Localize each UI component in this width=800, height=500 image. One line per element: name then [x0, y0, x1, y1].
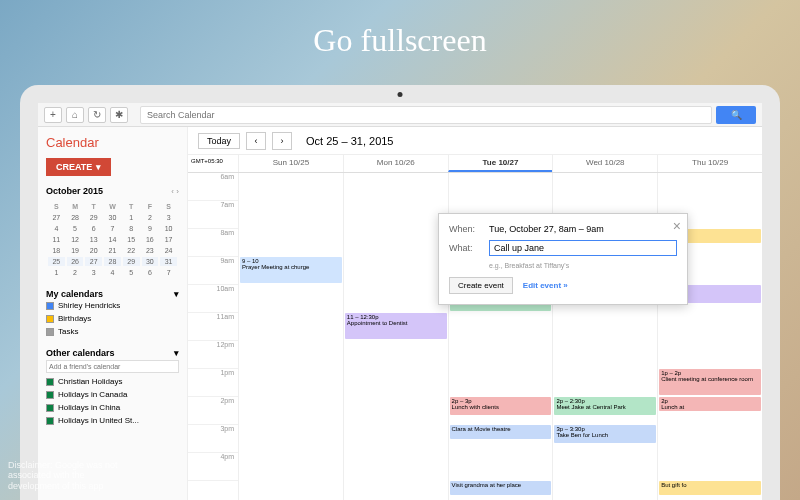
- disclaimer-text: Disclaimer: Google was not associated wi…: [8, 460, 118, 492]
- sidebar: Calendar CREATE▾ October 2015 ‹ › SMTWTF…: [38, 127, 188, 500]
- search-input[interactable]: [140, 106, 712, 124]
- page-heading: Go fullscreen: [0, 0, 800, 77]
- day-column[interactable]: 9 – 10 Prayer Meeting at churge: [238, 173, 343, 500]
- calendar-event[interactable]: 2p Lunch at: [659, 397, 761, 411]
- calendar-event[interactable]: Visit grandma at her place: [450, 481, 552, 495]
- time-label: 3pm: [188, 425, 238, 453]
- time-label: 10am: [188, 285, 238, 313]
- time-label: 9am: [188, 257, 238, 285]
- day-header[interactable]: Sun 10/25: [238, 155, 343, 172]
- day-header[interactable]: Tue 10/27: [448, 155, 553, 172]
- when-label: When:: [449, 224, 489, 234]
- next-month[interactable]: ›: [176, 187, 179, 196]
- app-screen: + ⌂ ↻ ✱ 🔍 Calendar CREATE▾ October 2015 …: [38, 103, 762, 500]
- when-value: Tue, October 27, 8am – 9am: [489, 224, 604, 234]
- prev-week[interactable]: ‹: [246, 132, 266, 150]
- calendar-item[interactable]: Christian Holidays: [46, 375, 179, 388]
- time-label: 4pm: [188, 453, 238, 481]
- prev-month[interactable]: ‹: [171, 187, 174, 196]
- add-calendar-input[interactable]: [46, 360, 179, 373]
- day-header[interactable]: Mon 10/26: [343, 155, 448, 172]
- what-label: What:: [449, 243, 489, 253]
- time-label: 12pm: [188, 341, 238, 369]
- next-week[interactable]: ›: [272, 132, 292, 150]
- month-label: October 2015: [46, 186, 103, 196]
- create-button[interactable]: CREATE▾: [46, 158, 111, 176]
- close-icon[interactable]: ×: [673, 218, 681, 234]
- calendar-event[interactable]: 9 – 10 Prayer Meeting at churge: [240, 257, 342, 283]
- edit-event-link[interactable]: Edit event »: [523, 281, 568, 290]
- calendar-item[interactable]: Holidays in United St...: [46, 414, 179, 427]
- search-icon: 🔍: [731, 110, 742, 120]
- dropdown-icon: ▾: [96, 162, 101, 172]
- toolbar: + ⌂ ↻ ✱ 🔍: [38, 103, 762, 127]
- other-calendars-header[interactable]: Other calendars▾: [46, 348, 179, 358]
- time-label: 7am: [188, 201, 238, 229]
- calendar-main: Today ‹ › Oct 25 – 31, 2015 GMT+05:30 Su…: [188, 127, 762, 500]
- days-header: GMT+05:30 Sun 10/25Mon 10/26Tue 10/27Wed…: [188, 155, 762, 173]
- calendar-event[interactable]: 1p – 2p Client meeting at conference roo…: [659, 369, 761, 395]
- calendar-event[interactable]: But gift fo: [659, 481, 761, 495]
- input-hint: e.g., Breakfast at Tiffany's: [489, 262, 677, 269]
- calendar-item[interactable]: Birthdays: [46, 312, 179, 325]
- calendar-event[interactable]: 2p – 2:30p Meet Jake at Central Park: [554, 397, 656, 415]
- day-header[interactable]: Thu 10/29: [657, 155, 762, 172]
- mini-calendar[interactable]: SMTWTFS272829301234567891011121314151617…: [46, 200, 179, 279]
- chevron-down-icon: ▾: [174, 289, 179, 299]
- create-event-button[interactable]: Create event: [449, 277, 513, 294]
- calendar-event[interactable]: 3p – 3:30p Take Ben for Lunch: [554, 425, 656, 443]
- calendar-item[interactable]: Shirley Hendricks: [46, 299, 179, 312]
- date-range: Oct 25 – 31, 2015: [306, 135, 393, 147]
- day-header[interactable]: Wed 10/28: [552, 155, 657, 172]
- calendar-item[interactable]: Tasks: [46, 325, 179, 338]
- search-button[interactable]: 🔍: [716, 106, 756, 124]
- time-label: 8am: [188, 229, 238, 257]
- today-button[interactable]: Today: [198, 133, 240, 149]
- calendar-event[interactable]: 11 – 12:30p Appointment to Dentist: [345, 313, 447, 339]
- event-title-input[interactable]: [489, 240, 677, 256]
- calendar-item[interactable]: Holidays in China: [46, 401, 179, 414]
- time-label: 2pm: [188, 397, 238, 425]
- add-button[interactable]: +: [44, 107, 62, 123]
- time-label: 6am: [188, 173, 238, 201]
- calendar-event[interactable]: 2p – 3p Lunch with clients: [450, 397, 552, 415]
- calendar-event[interactable]: Clara at Movie theatre: [450, 425, 552, 439]
- time-label: 11am: [188, 313, 238, 341]
- my-calendars-header[interactable]: My calendars▾: [46, 289, 179, 299]
- calendar-item[interactable]: Holidays in Canada: [46, 388, 179, 401]
- timezone-label: GMT+05:30: [188, 155, 238, 172]
- refresh-button[interactable]: ↻: [88, 107, 106, 123]
- day-column[interactable]: 11 – 12:30p Appointment to Dentist: [343, 173, 448, 500]
- calendar-title: Calendar: [46, 135, 179, 150]
- chevron-down-icon: ▾: [174, 348, 179, 358]
- laptop-frame: + ⌂ ↻ ✱ 🔍 Calendar CREATE▾ October 2015 …: [20, 85, 780, 500]
- time-label: 1pm: [188, 369, 238, 397]
- home-button[interactable]: ⌂: [66, 107, 84, 123]
- settings-button[interactable]: ✱: [110, 107, 128, 123]
- camera-dot: [398, 92, 403, 97]
- event-popup: × When:Tue, October 27, 8am – 9am What: …: [438, 213, 688, 305]
